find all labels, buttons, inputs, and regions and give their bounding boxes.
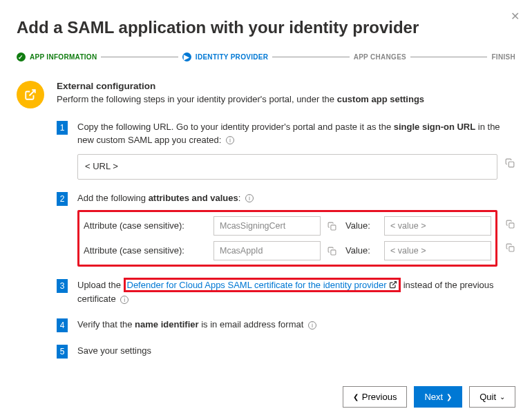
- config-step-2: 2 Add the following attributes and value…: [57, 192, 515, 267]
- step-number: 4: [57, 318, 68, 332]
- step-identity-provider: ▶ IDENTITY PROVIDER: [182, 52, 269, 61]
- chevron-right-icon: ❯: [446, 393, 452, 401]
- config-step-1: 1 Copy the following URL. Go to your ide…: [57, 121, 515, 180]
- info-icon[interactable]: i: [245, 194, 254, 202]
- previous-button[interactable]: ❮Previous: [343, 386, 408, 408]
- next-button[interactable]: Next❯: [414, 386, 462, 408]
- intro-text: Perform the following steps in your iden…: [57, 94, 424, 104]
- info-icon[interactable]: i: [120, 296, 129, 304]
- external-config-intro: External configuration Perform the follo…: [17, 81, 515, 108]
- attribute-value-2[interactable]: [384, 241, 491, 260]
- config-step-5: 5 Save your settings: [57, 345, 515, 359]
- copy-icon[interactable]: [326, 220, 337, 231]
- step-indicator: ✓ APP INFORMATION ▶ IDENTITY PROVIDER AP…: [17, 52, 515, 61]
- attribute-label: Attribute (case sensitive):: [84, 220, 208, 233]
- step-number: 2: [57, 192, 68, 206]
- step-number: 1: [57, 121, 68, 135]
- config-step-3: 3 Upload the Defender for Cloud Apps SAM…: [57, 279, 515, 306]
- step-number: 3: [57, 279, 68, 293]
- value-label: Value:: [345, 245, 379, 258]
- svg-rect-3: [330, 250, 335, 255]
- info-icon[interactable]: i: [226, 136, 234, 144]
- play-icon: ▶: [182, 52, 191, 61]
- chevron-down-icon: ⌄: [500, 393, 505, 401]
- svg-rect-4: [509, 223, 513, 228]
- attributes-grid: Attribute (case sensitive): Value: Attri…: [77, 210, 497, 267]
- copy-icon[interactable]: [326, 245, 337, 256]
- url-field[interactable]: < URL >: [77, 154, 497, 180]
- chevron-left-icon: ❮: [353, 393, 359, 401]
- step-app-information: ✓ APP INFORMATION: [17, 52, 97, 61]
- svg-rect-1: [509, 162, 514, 167]
- config-step-4: 4 Verify that the name identifier is in …: [57, 318, 515, 332]
- attribute-value-1[interactable]: [384, 216, 491, 236]
- svg-rect-5: [509, 247, 513, 251]
- intro-heading: External configuration: [57, 81, 424, 91]
- external-link-circle-icon: [17, 81, 44, 108]
- close-icon[interactable]: ✕: [511, 10, 520, 23]
- step-number: 5: [57, 345, 68, 359]
- svg-rect-2: [330, 225, 335, 230]
- copy-icon[interactable]: [504, 158, 515, 169]
- wizard-footer: ❮Previous Next❯ Quit⌄: [343, 386, 515, 408]
- external-link-icon: [389, 280, 397, 293]
- copy-icon[interactable]: [504, 218, 515, 229]
- attribute-name-1[interactable]: [213, 216, 321, 236]
- step-app-changes: APP CHANGES: [354, 53, 406, 61]
- quit-button[interactable]: Quit⌄: [469, 386, 515, 408]
- svg-line-0: [30, 90, 35, 95]
- step-finish: FINISH: [491, 53, 515, 61]
- page-title: Add a SAML application with your identit…: [17, 18, 515, 37]
- check-icon: ✓: [17, 52, 26, 61]
- attribute-label: Attribute (case sensitive):: [84, 245, 208, 258]
- value-label: Value:: [345, 220, 379, 233]
- copy-icon[interactable]: [504, 242, 515, 253]
- saml-certificate-link[interactable]: Defender for Cloud Apps SAML certificate…: [124, 278, 401, 292]
- attribute-name-2[interactable]: [213, 241, 321, 260]
- info-icon[interactable]: i: [308, 321, 316, 330]
- svg-line-6: [392, 282, 397, 286]
